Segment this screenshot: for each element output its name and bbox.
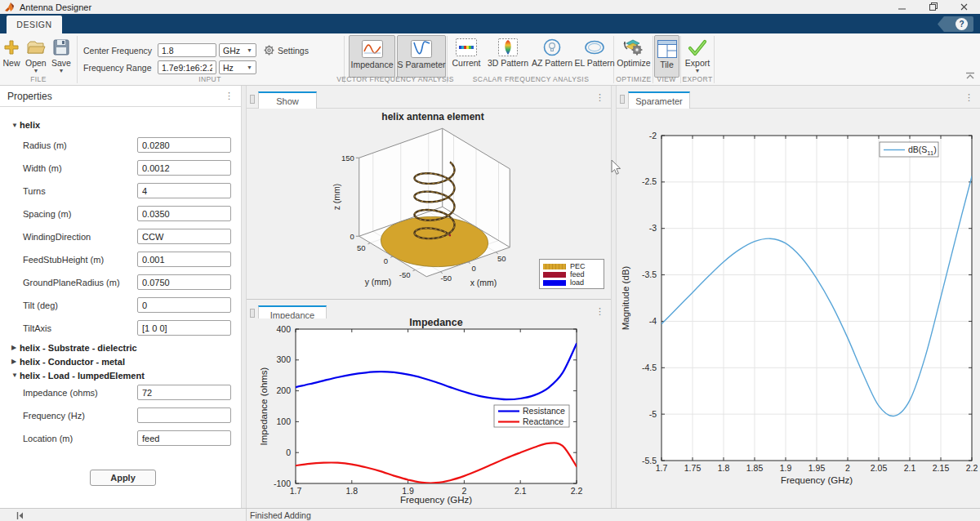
property-input[interactable]: [137, 183, 231, 198]
property-input[interactable]: [137, 160, 231, 176]
tile-button[interactable]: Tile: [654, 35, 679, 78]
pattern-3d-icon: [498, 35, 518, 56]
current-icon: [456, 35, 477, 56]
impedance-button[interactable]: Impedance: [349, 35, 395, 78]
splitter-right[interactable]: [611, 86, 617, 508]
property-group-2[interactable]: ▶helix - Conductor - metal: [0, 354, 241, 368]
legend-entry: feed: [543, 270, 600, 278]
panel-grip-icon[interactable]: [250, 95, 255, 104]
restore-button[interactable]: [918, 0, 949, 14]
property-label: Frequency (Hz): [23, 411, 85, 421]
property-input[interactable]: [137, 320, 231, 336]
svg-text:1.85: 1.85: [746, 463, 764, 473]
svg-text:2.15: 2.15: [933, 463, 950, 473]
svg-text:1.75: 1.75: [684, 463, 702, 473]
help-button[interactable]: ?: [938, 16, 973, 32]
svg-text:-5: -5: [649, 409, 657, 419]
apply-button[interactable]: Apply: [90, 470, 156, 486]
property-label: Tilt (deg): [23, 301, 58, 310]
property-input[interactable]: [137, 407, 231, 423]
property-row: GroundPlaneRadius (m): [0, 272, 241, 295]
svg-text:helix antenna element: helix antenna element: [381, 111, 483, 122]
svg-text:Frequency (GHz): Frequency (GHz): [781, 475, 853, 485]
property-input[interactable]: [137, 206, 231, 221]
minimize-button[interactable]: [887, 0, 918, 14]
export-button[interactable]: Export ▼: [681, 35, 714, 73]
collapse-arrow-icon: ▼: [11, 122, 20, 129]
center-frequency-unit-select[interactable]: GHz▼: [219, 43, 256, 57]
panel-grip-icon[interactable]: [620, 95, 625, 104]
property-input[interactable]: [137, 274, 231, 290]
tab-design[interactable]: DESIGN: [7, 16, 62, 33]
svg-text:400: 400: [276, 324, 291, 334]
property-input[interactable]: [137, 137, 231, 153]
pattern-3d-button[interactable]: 3D Pattern: [485, 35, 531, 68]
expand-arrow-icon: ▶: [11, 344, 20, 351]
sparam-menu-kebab[interactable]: ⋮: [964, 92, 973, 103]
sparameter-chart[interactable]: 1.71.751.81.851.91.9522.052.12.152.2-5.5…: [617, 109, 980, 508]
center-frequency-input[interactable]: [158, 43, 216, 57]
gear-icon: [264, 45, 274, 56]
show-menu-kebab[interactable]: ⋮: [595, 92, 604, 103]
property-row: Impedance (ohms): [0, 382, 241, 405]
property-input[interactable]: [137, 430, 231, 446]
collapse-panel-icon[interactable]: [16, 511, 24, 521]
frequency-range-input[interactable]: [158, 60, 216, 74]
close-button[interactable]: [949, 0, 980, 14]
property-group-label: helix: [20, 120, 40, 130]
tab-sparameter[interactable]: Sparameter: [628, 91, 690, 109]
save-dropdown-caret[interactable]: ▼: [59, 69, 65, 73]
open-dropdown-caret[interactable]: ▼: [33, 69, 38, 73]
frequency-range-unit-select[interactable]: Hz▼: [219, 60, 256, 74]
svg-text:50: 50: [497, 254, 506, 263]
svg-text:Impedance (ohms): Impedance (ohms): [259, 367, 269, 445]
property-label: Location (m): [23, 434, 73, 443]
el-pattern-button[interactable]: EL Pattern: [574, 35, 615, 68]
new-button[interactable]: New: [2, 35, 20, 68]
collapse-arrow-icon: ▼: [11, 372, 20, 379]
property-label: Turns: [23, 186, 46, 196]
property-input[interactable]: [137, 297, 231, 313]
svg-text:2.2: 2.2: [571, 486, 583, 496]
export-dropdown-caret[interactable]: ▼: [695, 69, 701, 73]
legend-swatch-icon: [543, 264, 566, 269]
s-parameter-button[interactable]: S Parameter: [397, 35, 446, 78]
tab-show[interactable]: Show: [258, 91, 317, 109]
property-input[interactable]: [137, 252, 231, 267]
properties-menu-kebab[interactable]: ⋮: [225, 91, 234, 101]
svg-text:z (mm): z (mm): [332, 184, 341, 211]
property-group-0[interactable]: ▼helix: [0, 115, 241, 135]
optimize-button[interactable]: Optimize: [615, 35, 653, 68]
settings-button[interactable]: Settings: [264, 45, 309, 56]
property-label: TiltAxis: [23, 323, 51, 333]
svg-text:2.1: 2.1: [904, 463, 916, 473]
svg-text:Magnitude (dB): Magnitude (dB): [621, 266, 630, 331]
svg-text:150: 150: [341, 154, 354, 163]
open-button[interactable]: Open ▼: [25, 35, 47, 73]
splitter-left[interactable]: [241, 86, 247, 508]
property-group-3[interactable]: ▼helix - Load - lumpedElement: [0, 368, 241, 382]
svg-text:1.7: 1.7: [656, 463, 668, 473]
save-button[interactable]: Save ▼: [51, 35, 71, 73]
collapse-ribbon-button[interactable]: [965, 68, 975, 82]
property-input[interactable]: [137, 385, 231, 400]
panel-grip-icon[interactable]: [250, 309, 255, 318]
save-floppy-icon: [53, 35, 69, 56]
section-label-input: INPUT: [198, 75, 221, 83]
current-button[interactable]: Current: [448, 35, 484, 68]
svg-text:1.8: 1.8: [345, 486, 358, 496]
svg-text:2.05: 2.05: [871, 463, 888, 473]
property-input[interactable]: [137, 229, 231, 244]
impedance-chart[interactable]: 1.71.81.922.12.2-1000100200300400Impedan…: [247, 318, 611, 508]
helix-legend: PECfeedload: [539, 259, 604, 289]
property-group-label: helix - Load - lumpedElement: [20, 371, 145, 381]
impedance-menu-kebab[interactable]: ⋮: [595, 306, 604, 317]
svg-text:Reactance: Reactance: [523, 416, 564, 426]
az-pattern-button[interactable]: AZ Pattern: [531, 35, 573, 68]
section-label-vector: VECTOR FREQUENCY ANALYSIS: [336, 75, 454, 83]
mouse-cursor: [610, 159, 621, 176]
frequency-range-label: Frequency Range: [83, 63, 155, 73]
property-group-1[interactable]: ▶helix - Substrate - dielectric: [0, 341, 241, 354]
section-label-scalar: SCALAR FREQUENCY ANALYSIS: [473, 75, 589, 83]
tile-icon: [657, 37, 677, 58]
